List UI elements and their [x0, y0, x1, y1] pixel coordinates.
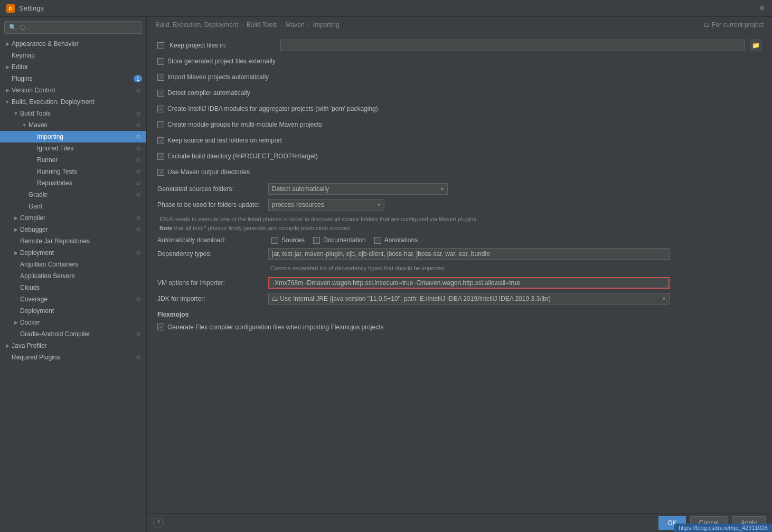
- expand-arrow: [4, 354, 11, 360]
- sidebar-item-ignored-files[interactable]: Ignored Files ⚙: [0, 142, 146, 154]
- sidebar-item-label: Gradle-Android Compiler: [20, 330, 135, 338]
- close-button[interactable]: ✕: [757, 4, 766, 13]
- sidebar-item-gant[interactable]: Gant: [0, 201, 146, 212]
- vm-options-input[interactable]: [268, 277, 670, 289]
- store-generated-text: Store generated project files externally: [167, 58, 276, 65]
- sidebar-item-editor[interactable]: ▶ Editor: [0, 61, 146, 73]
- sidebar-item-app-servers[interactable]: Application Servers: [0, 270, 146, 282]
- breadcrumb-sep-3: ›: [308, 21, 310, 28]
- import-maven-checkbox[interactable]: [157, 74, 164, 81]
- keep-source-label[interactable]: Keep source and test folders on reimport: [157, 137, 282, 144]
- annotations-checkbox[interactable]: [374, 237, 381, 244]
- exclude-build-checkbox[interactable]: [157, 153, 164, 160]
- sidebar-item-keymap[interactable]: Keymap: [0, 50, 146, 61]
- sidebar-item-plugins[interactable]: Plugins 1: [0, 73, 146, 84]
- gear-icon: ⚙: [135, 133, 142, 140]
- generated-sources-label: Generated sources folders:: [157, 185, 263, 193]
- gear-icon: ⚙: [135, 145, 142, 152]
- sidebar-item-gradle[interactable]: Gradle ⚙: [0, 189, 146, 201]
- store-generated-label[interactable]: Store generated project files externally: [157, 58, 276, 65]
- sidebar-item-appearance[interactable]: ▶ Appearance & Behavior: [0, 38, 146, 50]
- sidebar-item-build-tools[interactable]: ▼ Build Tools ⚙: [0, 108, 146, 119]
- search-box[interactable]: 🔍: [4, 21, 142, 34]
- documentation-checkbox[interactable]: [313, 237, 320, 244]
- folder-browse-button[interactable]: 📁: [750, 40, 761, 51]
- sidebar-item-clouds[interactable]: Clouds: [0, 282, 146, 293]
- vm-options-label: VM options for importer:: [157, 279, 263, 287]
- gear-icon: ⚙: [135, 226, 142, 233]
- sidebar-item-maven[interactable]: ▼ Maven ⚙: [0, 119, 146, 131]
- create-groups-label[interactable]: Create module groups for multi-module Ma…: [157, 121, 322, 128]
- annotations-checkbox-label[interactable]: Annotations: [374, 236, 418, 244]
- info-text: IDEA needs to execute one of the listed …: [157, 215, 761, 232]
- search-icon: 🔍: [9, 24, 17, 31]
- breadcrumb-part-2: Build Tools: [247, 21, 277, 28]
- sidebar-item-docker[interactable]: ▶ Docker: [0, 317, 146, 328]
- use-maven-output-label[interactable]: Use Maven output directories: [157, 168, 250, 176]
- sidebar-item-label: Docker: [20, 319, 142, 326]
- keep-project-checkbox[interactable]: [157, 42, 164, 49]
- create-groups-checkbox[interactable]: [157, 121, 164, 128]
- documentation-checkbox-label[interactable]: Documentation: [313, 236, 366, 244]
- import-maven-label[interactable]: Import Maven projects automatically: [157, 73, 269, 81]
- sources-checkbox-label[interactable]: Sources: [271, 236, 305, 244]
- dep-types-input[interactable]: [268, 248, 670, 260]
- sources-label: Sources: [281, 236, 305, 244]
- sidebar-item-remote-jar[interactable]: Remote Jar Repositories: [0, 235, 146, 247]
- detect-compiler-label[interactable]: Detect compiler automatically: [157, 89, 250, 97]
- expand-arrow: [13, 261, 19, 268]
- keep-project-input[interactable]: [280, 40, 745, 51]
- detect-compiler-checkbox[interactable]: [157, 90, 164, 97]
- auto-download-label: Automatically download:: [157, 236, 263, 244]
- sidebar-item-arquillian[interactable]: Arquillian Containers: [0, 259, 146, 270]
- vm-options-row: VM options for importer:: [157, 277, 761, 289]
- use-maven-output-checkbox[interactable]: [157, 169, 164, 176]
- help-button[interactable]: ?: [153, 518, 164, 528]
- sidebar-item-version-control[interactable]: ▶ Version Control ⚙: [0, 84, 146, 96]
- sidebar-item-coverage[interactable]: Coverage ⚙: [0, 293, 146, 305]
- keep-source-checkbox[interactable]: [157, 137, 164, 144]
- exclude-build-label[interactable]: Exclude build directory (%PROJECT_ROOT%/…: [157, 153, 318, 160]
- sidebar-item-build-execution[interactable]: ▼ Build, Execution, Deployment: [0, 96, 146, 108]
- for-current-project: 🗂 For current project: [704, 21, 764, 28]
- sidebar-item-repositories[interactable]: Repositories ⚙: [0, 177, 146, 189]
- breadcrumb-part-4: Importing: [313, 21, 340, 28]
- gear-icon: ⚙: [135, 354, 142, 361]
- import-maven-row: Import Maven projects automatically: [157, 71, 761, 83]
- store-generated-checkbox[interactable]: [157, 58, 164, 65]
- create-modules-checkbox[interactable]: [157, 106, 164, 112]
- expand-arrow: [30, 145, 36, 151]
- jdk-dropdown[interactable]: 🗂 Use Internal JRE (java version "11.0.5…: [268, 293, 670, 305]
- expand-arrow: ▶: [4, 87, 11, 93]
- create-modules-label[interactable]: Create IntelliJ IDEA modules for aggrega…: [157, 105, 378, 112]
- sidebar-item-deployment2[interactable]: Deployment: [0, 305, 146, 317]
- phase-dropdown[interactable]: process-resources generate-sources gener…: [268, 199, 384, 211]
- expand-arrow: [13, 296, 19, 302]
- sidebar-item-importing[interactable]: Importing ⚙: [0, 131, 146, 142]
- generated-sources-dropdown[interactable]: Detect automatically Generate sources Do…: [268, 183, 448, 195]
- sidebar-item-running-tests[interactable]: Running Tests ⚙: [0, 166, 146, 177]
- flexmojos-label[interactable]: Generate Flex compiler configuration fil…: [157, 324, 384, 331]
- sidebar-item-runner[interactable]: Runner ⚙: [0, 154, 146, 166]
- detect-compiler-row: Detect compiler automatically: [157, 87, 761, 99]
- create-groups-row: Create module groups for multi-module Ma…: [157, 119, 761, 130]
- sidebar-item-compiler[interactable]: ▶ Compiler ⚙: [0, 212, 146, 224]
- flexmojos-checkbox[interactable]: [157, 324, 164, 330]
- detect-compiler-text: Detect compiler automatically: [167, 89, 250, 97]
- search-input[interactable]: [20, 24, 137, 31]
- generated-sources-row: Generated sources folders: Detect automa…: [157, 183, 761, 195]
- sidebar-item-gradle-android[interactable]: Gradle-Android Compiler ⚙: [0, 328, 146, 340]
- url-bar: https://blog.csdn.net/qq_42911028: [674, 524, 772, 532]
- sidebar-item-required-plugins[interactable]: Required Plugins ⚙: [0, 352, 146, 363]
- flexmojos-title: Flexmojos: [157, 311, 761, 318]
- sidebar-item-java-profiler[interactable]: ▶ Java Profiler: [0, 340, 146, 352]
- flexmojos-text: Generate Flex compiler configuration fil…: [167, 324, 384, 331]
- settings-window: P Settings ✕ 🔍 ▶ Appearance & Behavior K…: [0, 0, 772, 532]
- create-modules-text: Create IntelliJ IDEA modules for aggrega…: [167, 105, 378, 112]
- sources-checkbox[interactable]: [271, 237, 278, 244]
- window-title: Settings: [19, 4, 757, 12]
- auto-download-group: Sources Documentation Annotations: [271, 236, 418, 244]
- sidebar-item-deployment[interactable]: ▶ Deployment ⚙: [0, 247, 146, 259]
- expand-arrow: [30, 157, 36, 163]
- sidebar-item-debugger[interactable]: ▶ Debugger ⚙: [0, 224, 146, 235]
